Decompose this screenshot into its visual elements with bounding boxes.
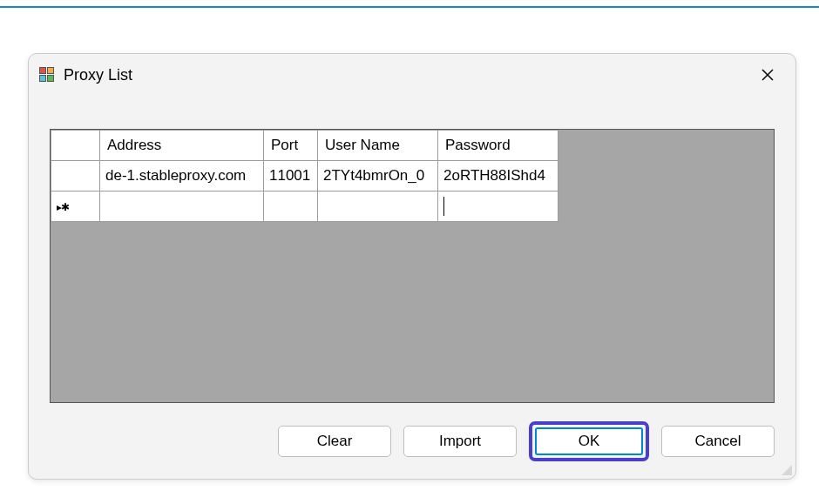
new-row-selector[interactable]: ▸✱ <box>51 192 100 222</box>
row-selector-header[interactable] <box>51 131 100 161</box>
new-cell-port[interactable] <box>264 192 318 222</box>
cancel-button[interactable]: Cancel <box>661 426 775 457</box>
ok-button-highlight: OK <box>529 421 649 461</box>
import-button[interactable]: Import <box>403 426 517 457</box>
title-bar: Proxy List <box>29 54 795 94</box>
resize-grip-icon[interactable] <box>780 463 792 475</box>
cell-address[interactable]: de-1.stableproxy.com <box>100 161 264 192</box>
header-row: Address Port User Name Password <box>51 131 558 161</box>
new-row-indicator-icon: ▸✱ <box>57 201 69 213</box>
column-header-username[interactable]: User Name <box>318 131 438 161</box>
app-icon <box>39 67 55 83</box>
clear-button[interactable]: Clear <box>278 426 391 457</box>
proxy-list-dialog: Proxy List Address Port User Name Passwo… <box>28 53 796 480</box>
proxy-grid[interactable]: Address Port User Name Password de-1.sta… <box>50 129 775 403</box>
cell-password[interactable]: 2oRTH88IShd4 <box>438 161 558 192</box>
close-button[interactable] <box>754 61 782 89</box>
app-top-border <box>0 6 819 8</box>
new-cell-address[interactable] <box>100 192 264 222</box>
column-header-address[interactable]: Address <box>100 131 264 161</box>
text-cursor <box>443 197 444 216</box>
new-cell-password[interactable] <box>438 192 558 222</box>
ok-button[interactable]: OK <box>535 427 643 455</box>
dialog-title: Proxy List <box>64 66 754 84</box>
dialog-button-bar: Clear Import OK Cancel <box>278 421 775 461</box>
new-row[interactable]: ▸✱ <box>51 192 558 222</box>
table-row[interactable]: de-1.stableproxy.com 11001 2TYt4bmrOn_0 … <box>51 161 558 192</box>
new-cell-username[interactable] <box>318 192 438 222</box>
cell-port[interactable]: 11001 <box>264 161 318 192</box>
close-icon <box>761 68 775 82</box>
column-header-port[interactable]: Port <box>264 131 318 161</box>
proxy-table: Address Port User Name Password de-1.sta… <box>51 130 558 222</box>
column-header-password[interactable]: Password <box>438 131 558 161</box>
row-selector-cell[interactable] <box>51 161 100 192</box>
cell-username[interactable]: 2TYt4bmrOn_0 <box>318 161 438 192</box>
